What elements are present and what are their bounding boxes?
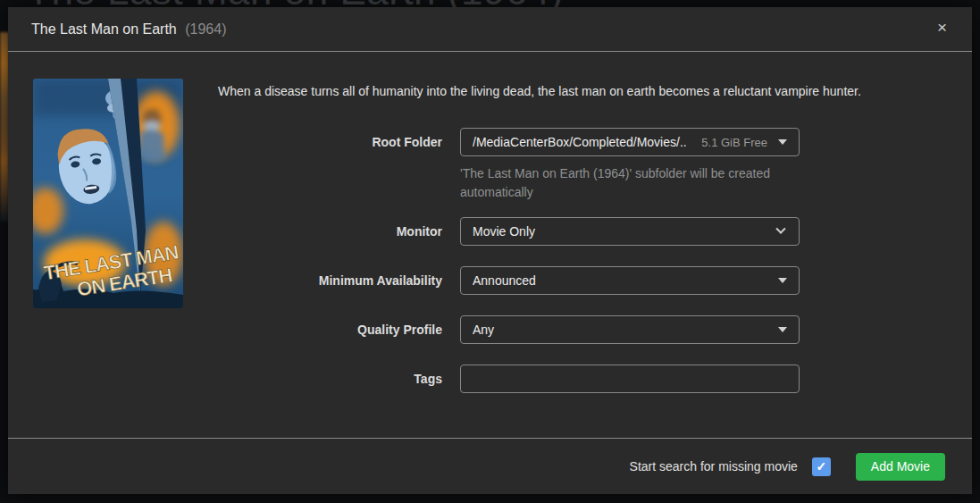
movie-year: (1964) [185, 21, 226, 37]
monitor-label: Monitor [8, 217, 442, 246]
quality-profile-select[interactable]: Any [460, 315, 800, 344]
minimum-availability-value: Announced [473, 273, 536, 288]
tags-label: Tags [8, 365, 442, 393]
check-icon: ✓ [816, 459, 826, 474]
modal-footer: Start search for missing movie ✓ Add Mov… [8, 438, 972, 494]
page-background: The Last Man on Earth (1964) The Last Ma… [0, 0, 980, 503]
monitor-row: Monitor Movie Only [8, 217, 972, 246]
caret-down-icon [778, 327, 787, 332]
modal-header: The Last Man on Earth (1964) × [8, 7, 972, 52]
start-search-label: Start search for missing movie [630, 459, 798, 474]
caret-down-icon [778, 278, 787, 283]
quality-profile-value: Any [473, 323, 494, 337]
root-folder-row: Root Folder /MediaCenterBox/Completed/Mo… [8, 128, 972, 156]
start-search-checkbox[interactable]: ✓ [812, 457, 831, 476]
root-folder-select[interactable]: /MediaCenterBox/Completed/Movies/.. 5.1 … [460, 128, 800, 156]
movie-overview: When a disease turns all of humanity int… [218, 83, 945, 100]
tags-input[interactable] [460, 365, 800, 393]
caret-down-icon [778, 139, 787, 145]
modal-title: The Last Man on Earth (1964) [31, 21, 226, 38]
close-icon[interactable]: × [937, 19, 947, 36]
add-movie-button[interactable]: Add Movie [856, 453, 945, 481]
root-folder-label: Root Folder [8, 128, 442, 156]
quality-profile-row: Quality Profile Any [8, 315, 972, 344]
monitor-select[interactable]: Movie Only [460, 217, 800, 246]
add-movie-modal: The Last Man on Earth (1964) × [8, 7, 972, 494]
quality-profile-label: Quality Profile [8, 315, 442, 344]
root-folder-free-space: 5.1 GiB Free [701, 136, 767, 149]
minimum-availability-label: Minimum Availability [8, 266, 442, 295]
root-folder-helper-text: 'The Last Man on Earth (1964)' subfolder… [460, 164, 800, 202]
minimum-availability-select[interactable]: Announced [460, 266, 800, 295]
chevron-down-icon [775, 224, 785, 234]
movie-title: The Last Man on Earth [31, 21, 177, 37]
root-folder-value: /MediaCenterBox/Completed/Movies/.. [473, 135, 687, 149]
tags-row: Tags [8, 365, 972, 393]
minimum-availability-row: Minimum Availability Announced [8, 266, 972, 295]
monitor-value: Movie Only [473, 224, 535, 239]
